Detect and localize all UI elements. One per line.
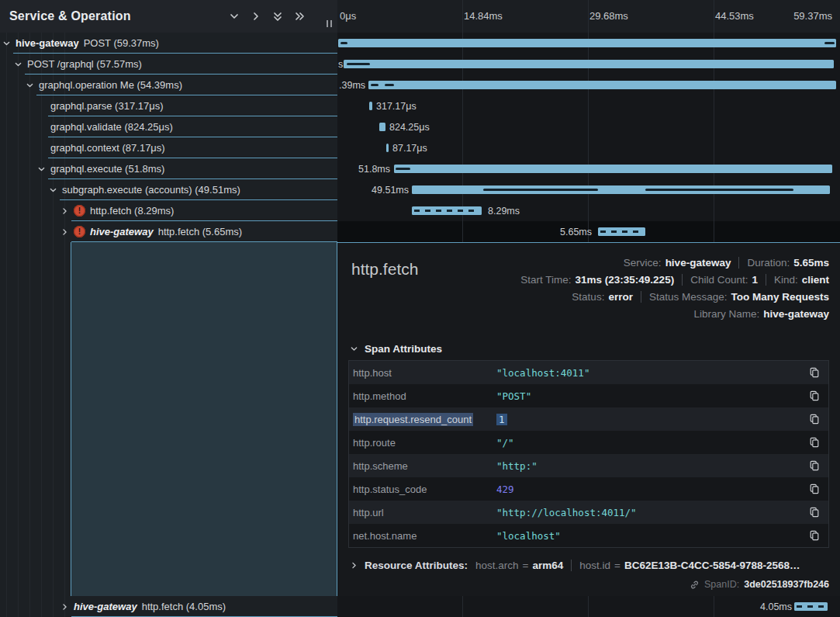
span-timeline-row[interactable]: 49.51ms [337, 179, 840, 200]
span-timeline-row[interactable]: 824.25μs [337, 116, 840, 137]
span-detail-meta: Service:hive-gatewayDuration:5.65msStart… [520, 254, 829, 322]
detail-meta-line: Library Name:hive-gateway [693, 305, 829, 322]
span-tree-row[interactable]: POST /graphql (57.57ms) [0, 54, 337, 75]
span-tree-row[interactable]: graphql.parse (317.17μs) [0, 95, 337, 116]
span-bar[interactable] [369, 102, 372, 110]
copy-button[interactable] [800, 530, 828, 541]
span-tree-row[interactable]: !http.fetch (8.29ms) [0, 200, 337, 221]
chevron-right-icon[interactable] [60, 602, 69, 611]
chevron-down-icon[interactable] [49, 185, 57, 194]
equals-sign: = [614, 560, 620, 571]
copy-button[interactable] [800, 460, 828, 471]
attribute-value: "http:" [496, 460, 800, 472]
span-duration-label: 824.25μs [389, 122, 430, 133]
span-tree-row[interactable]: graphql.validate (824.25μs) [0, 116, 337, 137]
span-bar[interactable] [412, 206, 482, 215]
chevron-right-icon[interactable] [60, 206, 69, 215]
detail-meta-line: Service:hive-gatewayDuration:5.65ms [624, 254, 829, 271]
meta-value: 1 [752, 274, 758, 286]
span-bar[interactable] [379, 123, 385, 131]
span-duration-label: 4.05ms [760, 601, 792, 612]
chevron-down-icon[interactable] [26, 81, 34, 89]
span-bar[interactable] [598, 227, 645, 236]
span-label: graphql.validate (824.25μs) [50, 121, 173, 133]
error-icon: ! [74, 226, 85, 237]
attribute-key: http.host [349, 367, 496, 379]
span-timeline-row[interactable]: 4.05ms [337, 596, 840, 617]
span-row-content: graphql.operation Me (54.39ms) [36, 75, 337, 95]
span-tree-row[interactable]: !hive-gatewayhttp.fetch (5.65ms) [0, 221, 337, 242]
span-detail-panel: http.fetch Service:hive-gatewayDuration:… [337, 242, 840, 596]
child-span-dashes [600, 231, 643, 233]
copy-button[interactable] [800, 484, 828, 494]
span-bar[interactable] [412, 185, 830, 194]
span-bar[interactable] [338, 39, 836, 47]
copy-button[interactable] [800, 390, 828, 401]
chevron-down-icon[interactable] [2, 39, 11, 47]
span-attributes-header[interactable]: Span Attributes [350, 343, 442, 355]
span-row-content: !hive-gatewayhttp.fetch (5.65ms) [71, 221, 337, 242]
resource-attributes-header[interactable]: Resource Attributes: host.arch=arm64host… [350, 556, 800, 574]
span-timeline-row[interactable]: 317.17μs [337, 95, 840, 116]
separator [571, 560, 572, 571]
span-label: POST /graphql (57.57ms) [27, 58, 142, 70]
panel-resize-handle[interactable] [327, 20, 332, 27]
span-bar[interactable] [794, 602, 828, 611]
span-row-content: graphql.parse (317.17μs) [48, 95, 337, 116]
attribute-row: http.request.resend_count1 [349, 407, 828, 431]
timeline-tick: 14.84ms [464, 10, 503, 22]
chevron-right-icon[interactable] [60, 227, 69, 236]
span-tree-row[interactable]: graphql.operation Me (54.39ms) [0, 75, 337, 95]
span-row-content: hive-gatewayhttp.fetch (4.05ms) [71, 596, 337, 617]
attribute-key: http.route [349, 437, 496, 449]
span-id-row: SpanID: 3de02518937fb246 [690, 579, 829, 590]
span-label: graphql.context (87.17μs) [50, 142, 165, 154]
attribute-value: "POST" [496, 390, 800, 402]
span-tree-row[interactable]: hive-gatewayPOST (59.37ms) [0, 33, 337, 54]
span-timeline-row[interactable] [337, 33, 840, 54]
span-timeline-row[interactable]: 87.17μs [337, 137, 840, 158]
attribute-value: 429 [496, 484, 800, 495]
attribute-row: net.host.name"localhost" [349, 524, 828, 547]
span-label: graphql.execute (51.8ms) [50, 163, 164, 175]
double-chevron-down-icon[interactable] [272, 11, 283, 22]
span-bar[interactable] [368, 81, 836, 89]
link-icon[interactable] [690, 580, 700, 590]
copy-button[interactable] [800, 437, 828, 448]
attribute-key: http.scheme [349, 460, 496, 472]
span-timeline-row[interactable]: 8.29ms [337, 200, 840, 221]
meta-value: error [608, 291, 633, 303]
meta-value: client [802, 274, 829, 286]
chevron-down-icon[interactable] [37, 165, 46, 173]
tree-panel-header: Service & Operation [0, 0, 337, 33]
attribute-value: "localhost" [496, 530, 800, 542]
span-label: http.fetch (5.65ms) [158, 226, 242, 237]
chevron-right-icon[interactable] [251, 11, 261, 22]
copy-button[interactable] [800, 414, 828, 425]
chevron-down-icon[interactable] [14, 60, 22, 68]
span-timeline-row[interactable]: 51.8ms [337, 158, 840, 179]
meta-label: Child Count: [690, 274, 748, 286]
span-timeline-row[interactable]: s [337, 54, 840, 75]
span-tree-row[interactable]: hive-gatewayhttp.fetch (4.05ms) [0, 596, 337, 617]
span-label: http.fetch (8.29ms) [90, 205, 174, 217]
span-bar[interactable] [344, 60, 834, 68]
span-tree-row[interactable]: subgraph.execute (accounts) (49.51ms) [0, 179, 337, 200]
chevron-down-icon[interactable] [229, 11, 240, 22]
span-timeline-row[interactable]: 5.65ms [337, 221, 840, 242]
chevron-down-icon [350, 345, 358, 353]
span-bar[interactable] [394, 165, 832, 173]
child-span-dashes [797, 605, 825, 608]
double-chevron-right-icon[interactable] [294, 11, 305, 22]
meta-value: 31ms (23:35:49.225) [576, 274, 675, 286]
copy-button[interactable] [800, 367, 828, 378]
span-timeline-row[interactable]: .39ms [337, 75, 840, 95]
span-detail-title: http.fetch [351, 260, 418, 279]
service-name: hive-gateway [90, 226, 154, 237]
tree-panel-title: Service & Operation [9, 9, 131, 23]
span-bar[interactable] [386, 144, 389, 152]
span-tree-row[interactable]: graphql.context (87.17μs) [0, 137, 337, 158]
span-row-content: !http.fetch (8.29ms) [71, 200, 337, 221]
span-tree-row[interactable]: graphql.execute (51.8ms) [0, 158, 337, 179]
copy-button[interactable] [800, 507, 828, 518]
